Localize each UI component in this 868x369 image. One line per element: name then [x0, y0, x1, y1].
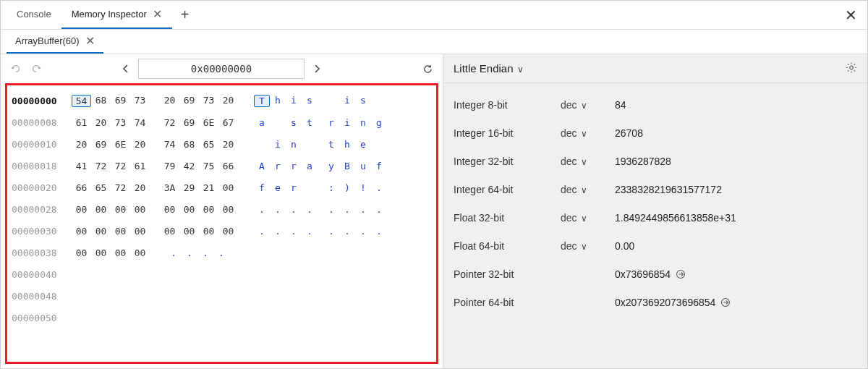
hex-byte[interactable]: 66	[218, 161, 238, 171]
ascii-char[interactable]: .	[270, 226, 286, 237]
ascii-char[interactable]: u	[355, 161, 371, 171]
hex-byte[interactable]: 73	[130, 95, 150, 107]
ascii-char[interactable]: .	[339, 226, 355, 237]
redo-button[interactable]	[28, 61, 44, 77]
ascii-char[interactable]: B	[339, 161, 355, 171]
hex-byte[interactable]: 00	[111, 226, 130, 237]
ascii-char[interactable]: a	[302, 161, 318, 171]
ascii-char[interactable]: y	[323, 161, 339, 171]
ascii-char[interactable]: h	[339, 139, 355, 150]
ascii-char[interactable]: g	[371, 117, 387, 128]
ascii-char[interactable]: A	[254, 161, 270, 171]
hex-byte[interactable]: 74	[160, 139, 179, 150]
ascii-char[interactable]: a	[254, 117, 270, 128]
ascii-char[interactable]: f	[254, 182, 270, 193]
ascii-char[interactable]: !	[355, 182, 371, 193]
hex-byte[interactable]: 00	[130, 247, 150, 258]
jump-to-address-button[interactable]	[720, 297, 731, 308]
format-selector[interactable]: dec ∨	[561, 184, 615, 195]
ascii-char[interactable]	[302, 139, 318, 150]
ascii-char[interactable]	[254, 139, 270, 150]
hex-byte[interactable]: 72	[91, 161, 111, 171]
hex-byte[interactable]: 00	[179, 204, 199, 215]
hex-address[interactable]: 00000020	[10, 182, 72, 193]
hex-byte[interactable]: 20	[130, 139, 150, 150]
refresh-button[interactable]	[420, 61, 435, 77]
format-selector[interactable]: dec ∨	[561, 156, 615, 167]
ascii-char[interactable]: )	[339, 182, 355, 193]
ascii-char[interactable]: .	[339, 204, 355, 215]
ascii-char[interactable]: .	[254, 226, 270, 237]
hex-byte[interactable]: 00	[91, 226, 111, 237]
close-icon[interactable]: ✕	[85, 34, 95, 48]
ascii-char[interactable]: t	[302, 117, 318, 128]
hex-byte[interactable]: 00	[130, 204, 150, 215]
hex-byte[interactable]: 54	[72, 95, 91, 107]
ascii-char[interactable]	[371, 95, 387, 107]
hex-address[interactable]: 00000000	[10, 96, 72, 106]
hex-byte[interactable]: 00	[130, 226, 150, 237]
hex-address[interactable]: 00000028	[10, 204, 72, 215]
hex-byte[interactable]: 00	[218, 204, 238, 215]
hex-address[interactable]: 00000050	[10, 313, 72, 323]
hex-byte[interactable]: 41	[72, 161, 91, 171]
hex-byte[interactable]: 00	[72, 226, 91, 237]
hex-byte[interactable]: 65	[91, 182, 111, 193]
ascii-char[interactable]: .	[371, 204, 387, 215]
hex-byte[interactable]: 6E	[199, 117, 218, 128]
ascii-char[interactable]: .	[254, 204, 270, 215]
hex-byte[interactable]: 00	[218, 226, 238, 237]
hex-byte[interactable]: 75	[199, 161, 218, 171]
hex-byte[interactable]: 72	[111, 161, 130, 171]
hex-byte[interactable]: 6E	[111, 139, 130, 150]
buffer-tab[interactable]: ArrayBuffer(60)✕	[7, 30, 103, 54]
hex-byte[interactable]: 72	[111, 182, 130, 193]
format-selector[interactable]: dec ∨	[561, 127, 615, 139]
hex-dump-area[interactable]: 000000005468697320697320This is 00000008…	[5, 83, 438, 364]
ascii-char[interactable]: T	[254, 95, 270, 107]
ascii-char[interactable]: .	[323, 204, 339, 215]
hex-byte[interactable]: 00	[72, 247, 91, 258]
ascii-char[interactable]: s	[355, 95, 371, 107]
ascii-char[interactable]: .	[371, 182, 387, 193]
ascii-char[interactable]: i	[339, 95, 355, 107]
ascii-char[interactable]: r	[286, 182, 302, 193]
format-selector[interactable]: dec ∨	[561, 212, 615, 224]
hex-address[interactable]: 00000010	[10, 139, 72, 150]
ascii-char[interactable]: .	[197, 247, 213, 258]
ascii-char[interactable]: .	[371, 226, 387, 237]
close-panel-button[interactable]: ✕	[845, 7, 857, 24]
ascii-char[interactable]	[323, 95, 339, 107]
ascii-char[interactable]: e	[355, 139, 371, 150]
hex-byte[interactable]: 00	[179, 226, 199, 237]
ascii-char[interactable]: .	[302, 226, 318, 237]
hex-byte[interactable]: 72	[160, 117, 179, 128]
ascii-char[interactable]: i	[339, 117, 355, 128]
endianness-selector[interactable]: Little Endian ∨	[454, 62, 524, 75]
hex-byte[interactable]: 68	[91, 95, 111, 107]
ascii-char[interactable]: .	[270, 204, 286, 215]
hex-address[interactable]: 00000040	[10, 269, 72, 280]
hex-byte[interactable]: 21	[199, 182, 218, 193]
hex-byte[interactable]: 74	[130, 117, 150, 128]
ascii-char[interactable]: n	[286, 139, 302, 150]
ascii-char[interactable]	[302, 182, 318, 193]
hex-byte[interactable]: 20	[72, 139, 91, 150]
hex-byte[interactable]: 20	[218, 139, 238, 150]
hex-byte[interactable]: 73	[199, 95, 218, 107]
hex-byte[interactable]: 00	[91, 247, 111, 258]
hex-byte[interactable]: 69	[179, 117, 199, 128]
tab-memory-inspector[interactable]: Memory Inspector✕	[61, 1, 172, 29]
hex-byte[interactable]: 00	[160, 226, 179, 237]
tab-console[interactable]: Console	[7, 1, 61, 29]
ascii-char[interactable]: r	[323, 117, 339, 128]
ascii-char[interactable]: r	[270, 161, 286, 171]
ascii-char[interactable]: s	[286, 117, 302, 128]
ascii-char[interactable]: t	[323, 139, 339, 150]
inspector-settings-button[interactable]	[846, 62, 857, 75]
ascii-char[interactable]: .	[182, 247, 197, 258]
ascii-char[interactable]	[270, 117, 286, 128]
hex-byte[interactable]: 00	[111, 247, 130, 258]
hex-byte[interactable]: 00	[160, 204, 179, 215]
ascii-char[interactable]: i	[270, 139, 286, 150]
